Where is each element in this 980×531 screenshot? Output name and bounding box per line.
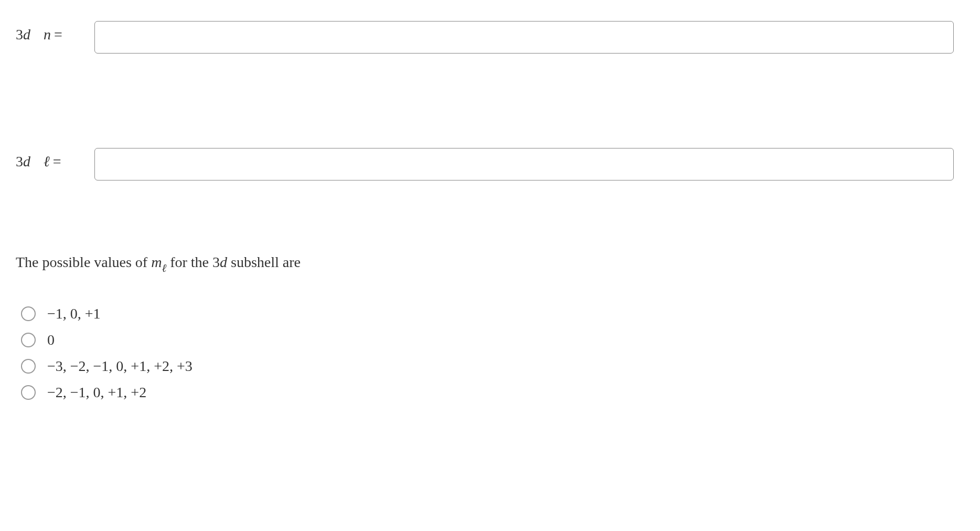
question-prefix: The possible values of	[16, 254, 151, 270]
option-text: −1, 0, +1	[47, 305, 101, 322]
radio-icon[interactable]	[21, 385, 36, 400]
n-value-input[interactable]	[94, 21, 954, 54]
input-row-l: 3d ℓ=	[16, 148, 964, 180]
question-mid: for the 3	[166, 254, 220, 270]
question-text: The possible values of mℓ for the 3d sub…	[16, 254, 964, 274]
option-row-4[interactable]: −2, −1, 0, +1, +2	[21, 384, 964, 401]
option-row-3[interactable]: −3, −2, −1, 0, +1, +2, +3	[21, 358, 964, 375]
subshell-letter: d	[23, 26, 30, 43]
option-text: 0	[47, 332, 55, 348]
options-group: −1, 0, +1 0 −3, −2, −1, 0, +1, +2, +3 −2…	[16, 305, 964, 401]
question-m: m	[151, 254, 162, 270]
subshell-letter: d	[23, 153, 30, 169]
option-text: −3, −2, −1, 0, +1, +2, +3	[47, 358, 193, 375]
question-sub-l: ℓ	[162, 262, 166, 274]
radio-icon[interactable]	[21, 306, 36, 321]
question-suffix: subshell are	[227, 254, 301, 270]
radio-icon[interactable]	[21, 333, 36, 347]
l-value-input[interactable]	[94, 148, 954, 180]
option-text: −2, −1, 0, +1, +2	[47, 384, 146, 401]
subshell-number: 3	[16, 153, 23, 169]
input-row-n: 3d n=	[16, 21, 964, 54]
option-row-1[interactable]: −1, 0, +1	[21, 305, 964, 322]
radio-icon[interactable]	[21, 359, 36, 374]
question-d: d	[220, 254, 227, 270]
subshell-number: 3	[16, 26, 23, 43]
equals-sign: =	[53, 153, 61, 169]
equals-sign: =	[54, 26, 62, 43]
variable-l: ℓ	[44, 153, 50, 169]
label-3d-l: 3d ℓ=	[16, 148, 94, 170]
label-3d-n: 3d n=	[16, 21, 94, 43]
option-row-2[interactable]: 0	[21, 332, 964, 348]
variable-n: n	[44, 26, 51, 43]
